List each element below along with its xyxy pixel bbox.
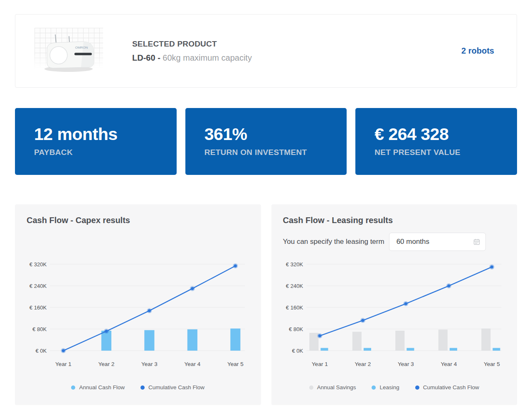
legend-dot-icon [372, 386, 376, 390]
selected-product-label: SELECTED PRODUCT [132, 39, 252, 49]
legend-item[interactable]: Cumulative Cash Flow [140, 384, 204, 390]
robot-product-image: OMRON [34, 28, 103, 74]
legend-item[interactable]: Annual Cash Flow [71, 384, 125, 390]
kpi-row: 12 months PAYBACK 361% RETURN ON INVESTM… [15, 108, 517, 175]
svg-text:Year 4: Year 4 [185, 361, 201, 367]
svg-text:€ 0K: € 0K [35, 348, 47, 354]
svg-text:€ 160K: € 160K [30, 304, 47, 311]
kpi-card-roi: 361% RETURN ON INVESTMENT [185, 108, 347, 175]
svg-text:Year 1: Year 1 [55, 361, 71, 367]
svg-text:€ 240K: € 240K [30, 283, 47, 289]
svg-text:€ 160K: € 160K [286, 304, 303, 311]
kpi-value: 12 months [34, 126, 177, 143]
leasing-term-field[interactable] [389, 233, 486, 251]
svg-text:Year 3: Year 3 [141, 361, 158, 367]
svg-text:Year 1: Year 1 [312, 361, 328, 367]
leasing-term-label: You can specify the leasing term [283, 238, 384, 246]
svg-text:€ 80K: € 80K [289, 326, 303, 332]
legend-label: Leasing [379, 384, 399, 390]
svg-text:€ 80K: € 80K [32, 326, 47, 332]
kpi-card-npv: € 264 328 NET PRESENT VALUE [355, 108, 517, 175]
legend-item[interactable]: Leasing [372, 384, 399, 390]
product-name: LD-60 - [132, 53, 163, 62]
leasing-term-input[interactable] [396, 237, 473, 246]
page: OMRON SELECTED PRODUCT LD-60 - 60kg maxi… [0, 0, 532, 415]
leasing-chart-legend: Annual SavingsLeasingCumulative Cash Flo… [283, 384, 506, 390]
selected-product-card: OMRON SELECTED PRODUCT LD-60 - 60kg maxi… [15, 14, 517, 88]
legend-dot-icon [309, 386, 313, 390]
kpi-label: PAYBACK [34, 148, 177, 157]
kpi-card-payback: 12 months PAYBACK [15, 108, 177, 175]
svg-text:€ 0K: € 0K [292, 348, 303, 354]
svg-text:€ 320K: € 320K [30, 261, 47, 268]
product-description: 60kg maximum capacity [163, 53, 252, 62]
chart-title-capex: Cash Flow - Capex results [27, 214, 249, 226]
chart-card-capex: Cash Flow - Capex results € 0K€ 80K€ 160… [15, 204, 261, 405]
kpi-label: RETURN ON INVESTMENT [204, 148, 347, 157]
robot-brand-label: OMRON [75, 46, 88, 49]
svg-text:€ 320K: € 320K [286, 261, 303, 268]
legend-label: Annual Savings [317, 384, 356, 390]
chart-title-leasing: Cash Flow - Leasing results [283, 214, 506, 226]
kpi-value: 361% [204, 126, 347, 143]
kpi-value: € 264 328 [374, 126, 517, 143]
svg-text:Year 3: Year 3 [398, 361, 414, 367]
calendar-icon[interactable] [473, 238, 480, 245]
charts-row: Cash Flow - Capex results € 0K€ 80K€ 160… [15, 204, 517, 405]
svg-text:€ 240K: € 240K [286, 283, 303, 289]
capex-chart: € 0K€ 80K€ 160K€ 240K€ 320KYear 1Year 2Y… [27, 253, 249, 378]
capex-spacer-row [27, 233, 249, 251]
chart-card-leasing: Cash Flow - Leasing results You can spec… [271, 204, 517, 405]
legend-dot-icon [71, 386, 75, 390]
leasing-chart: € 0K€ 80K€ 160K€ 240K€ 320KYear 1Year 2Y… [283, 253, 506, 378]
svg-text:Year 5: Year 5 [484, 361, 500, 367]
legend-item[interactable]: Cumulative Cash Flow [415, 384, 479, 390]
legend-label: Cumulative Cash Flow [423, 384, 479, 390]
robots-count-link[interactable]: 2 robots [461, 46, 494, 56]
product-text: SELECTED PRODUCT LD-60 - 60kg maximum ca… [132, 39, 252, 63]
leasing-control-row: You can specify the leasing term [283, 233, 506, 251]
product-description-line: LD-60 - 60kg maximum capacity [132, 53, 252, 63]
legend-label: Cumulative Cash Flow [148, 384, 204, 390]
svg-text:Year 2: Year 2 [355, 361, 371, 367]
svg-text:Year 4: Year 4 [441, 361, 457, 367]
robot-illustration: OMRON [34, 28, 103, 74]
svg-text:Year 5: Year 5 [227, 361, 244, 367]
legend-label: Annual Cash Flow [79, 384, 125, 390]
svg-text:Year 2: Year 2 [99, 361, 115, 367]
kpi-label: NET PRESENT VALUE [374, 148, 517, 157]
legend-dot-icon [415, 386, 419, 390]
legend-item[interactable]: Annual Savings [309, 384, 356, 390]
capex-chart-legend: Annual Cash FlowCumulative Cash Flow [27, 384, 249, 390]
legend-dot-icon [140, 386, 145, 390]
